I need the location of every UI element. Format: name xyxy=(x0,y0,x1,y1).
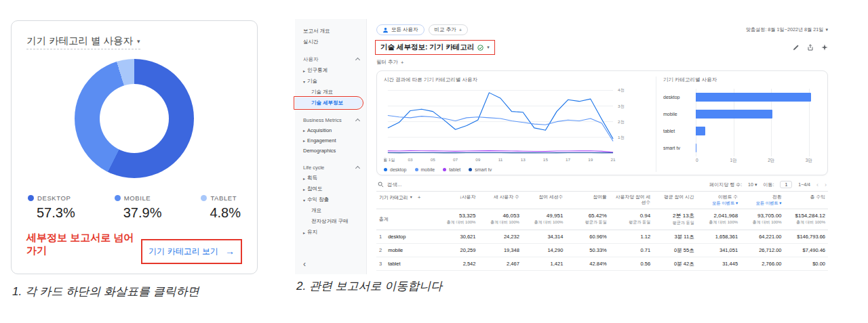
report-topbar: 모든 사용자 비교 추가 + 맞춤설정: 8월 1일~2022년 8월 21일 … xyxy=(376,24,828,35)
sidebar-item-label: 기술 세부정보 xyxy=(311,100,343,106)
column-header[interactable]: 사용자당 참여 세션수 xyxy=(610,194,653,206)
column-header[interactable]: 참여율 xyxy=(566,194,609,200)
series-legend-item[interactable]: mobile xyxy=(415,167,435,172)
sidebar-item-label: Acquisition xyxy=(307,127,332,133)
ga4-report: 보고서 개요실시간 사용자 ▸인구통계▾기술기술 개요기술 세부정보 Busin… xyxy=(295,19,835,274)
table-cell: 341,051 xyxy=(697,247,741,253)
bar-track xyxy=(696,93,816,102)
column-subfilter[interactable]: 모든 이벤트 ▾ xyxy=(743,200,781,206)
table-row[interactable]: 1desktop 30,62124,23234,31460.96%1.123분 … xyxy=(376,230,828,244)
row-dimension-cell[interactable]: 2mobile xyxy=(376,247,435,253)
goto-page-input[interactable]: 1 xyxy=(780,181,792,188)
bar-row: smart tv xyxy=(663,139,821,156)
bar[interactable] xyxy=(696,127,705,135)
column-header[interactable]: 이벤트 수 모든 이벤트 ▾ xyxy=(697,194,741,206)
column-header[interactable]: 총 수익 xyxy=(785,194,828,200)
column-header-dimension[interactable]: 기기 카테고리 ▾ + xyxy=(376,194,435,201)
collapse-sidebar-button[interactable]: ‹ xyxy=(303,259,306,269)
series-legend-item[interactable]: desktop xyxy=(384,167,407,172)
table-row[interactable]: 3tablet 2,5422,4671,42142.84%0.560분 42초3… xyxy=(376,257,828,271)
sidebar-item[interactable]: ▸인구통계 xyxy=(295,65,366,76)
bar-track xyxy=(696,127,816,135)
report-title-box[interactable]: 기술 세부정보: 기기 카테고리 ▾ xyxy=(376,41,494,53)
add-comparison-chip[interactable]: 비교 추가 + xyxy=(429,24,468,35)
sidebar-item[interactable]: Demographics xyxy=(295,146,366,156)
column-subfilter[interactable]: 모든 이벤트 ▾ xyxy=(700,200,738,206)
column-header[interactable]: ↓사용자 xyxy=(435,194,478,200)
next-page-icon[interactable]: › xyxy=(825,181,827,188)
sidebar-item[interactable]: ▾기술 xyxy=(295,76,366,87)
search-placeholder: 검색... xyxy=(387,181,401,188)
bar-category-label: mobile xyxy=(663,112,696,116)
sidebar-item[interactable]: ▸Acquisition xyxy=(295,125,366,135)
card-footer: 세부정보 보고서로 넘어가기 기기 카테고리 보기 → xyxy=(26,232,242,264)
sidebar-section-header[interactable]: 사용자 xyxy=(295,54,366,65)
sidebar-item[interactable]: 개요 xyxy=(295,205,366,216)
chevron-up-icon xyxy=(355,58,360,62)
sidebar-item[interactable]: ▾수익 창출 xyxy=(295,194,366,205)
table-cell: 2,467 xyxy=(478,261,521,267)
sidebar-item[interactable]: 보고서 개요 xyxy=(295,26,366,37)
bar-axis-tick: 3만 xyxy=(806,158,812,164)
date-range-label: 맞춤설정: 8월 1일~2022년 8월 21일 xyxy=(746,26,824,33)
column-header[interactable]: 평균 참여 시간 xyxy=(653,194,696,200)
card-title-label: 기기 카테고리 별 사용자 xyxy=(26,35,133,47)
row-dimension-cell[interactable]: 1desktop xyxy=(376,234,435,240)
series-color-dot xyxy=(443,168,446,171)
bar[interactable] xyxy=(696,144,696,152)
table-cell: 19,348 xyxy=(478,247,521,253)
view-device-category-link[interactable]: 기기 카테고리 보기 xyxy=(149,246,218,257)
row-dimension-cell[interactable]: 3tablet xyxy=(376,261,435,267)
table-row[interactable]: 2mobile 20,25919,34814,29050.33%0.710분 5… xyxy=(376,244,828,257)
audience-chip[interactable]: 모든 사용자 xyxy=(376,24,425,35)
date-range-selector[interactable]: 맞춤설정: 8월 1일~2022년 8월 21일 ▾ xyxy=(746,26,828,33)
series-color-dot xyxy=(415,168,418,171)
table-search[interactable]: 검색... xyxy=(378,181,401,188)
card-title-dropdown[interactable]: 기기 카테고리 별 사용자 ▾ xyxy=(26,35,140,49)
table-cell: 50.33% xyxy=(566,247,609,253)
column-header[interactable]: 새 사용자 수 xyxy=(478,194,521,200)
svg-text:19: 19 xyxy=(588,157,593,162)
customize-report-icon[interactable] xyxy=(793,44,800,51)
expand-icon: ▸ xyxy=(303,68,305,73)
view-device-category-link-box[interactable]: 기기 카테고리 보기 → xyxy=(141,239,242,264)
add-filter-chip[interactable]: 필터 추가 + xyxy=(376,59,403,66)
sidebar-item[interactable]: 실시간 xyxy=(295,37,366,47)
table-cell: 30,621 xyxy=(435,234,478,240)
svg-text:21: 21 xyxy=(611,157,616,162)
sidebar-item[interactable]: ▸유지 xyxy=(295,227,366,238)
bar-chart-rows: desktop mobile tablet smart tv xyxy=(663,89,821,156)
prev-page-icon[interactable]: ‹ xyxy=(816,181,818,188)
svg-text:17: 17 xyxy=(566,157,571,162)
sidebar-item[interactable]: ▸참여도 xyxy=(295,184,366,194)
sidebar-item[interactable]: 기술 세부정보 xyxy=(295,98,362,108)
sidebar-item[interactable]: ▸획득 xyxy=(295,173,366,184)
rows-per-page-select[interactable]: 10 ▾ xyxy=(748,182,757,188)
column-header[interactable]: 전환 모든 이벤트 ▾ xyxy=(741,194,784,206)
arrow-right-icon[interactable]: → xyxy=(225,246,235,257)
chevron-down-icon: ▾ xyxy=(137,38,140,45)
column-header[interactable]: 참여 세션수 xyxy=(522,194,566,200)
chevron-up-icon xyxy=(355,165,360,170)
table-totals-row: 총계 53,325총계 대비 100% 46,053총계 대비 100% 49,… xyxy=(376,209,828,230)
sidebar-section-title: 사용자 xyxy=(303,56,319,63)
share-icon[interactable] xyxy=(807,44,814,51)
bar[interactable] xyxy=(696,110,772,119)
series-legend-item[interactable]: tablet xyxy=(443,167,460,172)
sidebar-item[interactable]: 전자상거래 구매 xyxy=(295,216,366,227)
sidebar-item[interactable]: ▸Engagement xyxy=(295,135,366,146)
add-dimension-icon[interactable]: + xyxy=(418,194,421,201)
sidebar-section-header[interactable]: Business Metrics xyxy=(295,115,366,125)
bar[interactable] xyxy=(696,93,811,102)
plus-icon: + xyxy=(459,27,462,33)
totals-cell: 2분 13초평균과 동일 xyxy=(653,212,696,226)
sidebar-item[interactable]: 기술 개요 xyxy=(295,87,366,98)
sidebar-section-header[interactable]: Life cycle xyxy=(295,163,366,173)
table-cell: 2,542 xyxy=(435,261,478,267)
bar-row: desktop xyxy=(663,89,821,106)
series-legend-item[interactable]: smart tv xyxy=(469,167,492,172)
series-name: desktop xyxy=(390,167,407,172)
table-cell: $146,793.66 xyxy=(785,234,828,240)
insights-icon[interactable] xyxy=(821,44,828,51)
legend-label: DESKTOP xyxy=(37,194,71,202)
